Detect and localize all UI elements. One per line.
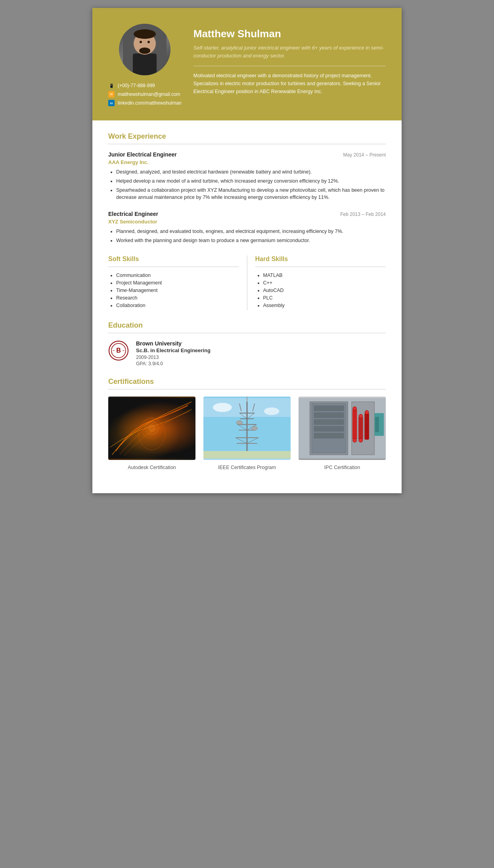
- phone-text: (+00)-77-888-999: [118, 83, 155, 88]
- cert-item-1: Autodesk Certification: [108, 397, 195, 470]
- svg-point-37: [251, 426, 257, 430]
- edu-school-1: Brown University: [136, 340, 211, 347]
- education-title: Education: [108, 321, 386, 330]
- header-divider: [193, 66, 386, 66]
- soft-skill-4: Research: [116, 295, 239, 301]
- soft-skills-list: Communication Project Management Time-Ma…: [108, 273, 239, 308]
- job-2-bullets: Planned, designed, and evaluated tools, …: [108, 228, 386, 244]
- hard-skill-3: AutoCAD: [263, 288, 386, 293]
- resume-container: 📱 (+00)-77-888-999 ✉ matthewshulman@gmai…: [92, 8, 402, 493]
- svg-rect-2: [133, 53, 157, 75]
- hard-skill-2: C++: [263, 280, 386, 286]
- soft-skill-3: Time-Management: [116, 288, 239, 293]
- svg-rect-50: [352, 409, 357, 440]
- svg-point-55: [365, 410, 369, 414]
- contact-email: ✉ matthewshulman@gmail.com: [108, 91, 182, 97]
- svg-point-4: [134, 29, 156, 39]
- svg-rect-47: [314, 426, 344, 431]
- avatar: [119, 24, 170, 75]
- cert-label-2: IEEE Certificates Program: [218, 465, 276, 470]
- cert-item-3: IPC Certification: [299, 397, 386, 470]
- job-1-company: AAA Energy Inc.: [108, 159, 386, 165]
- cert-label-3: IPC Certification: [324, 465, 360, 470]
- soft-skill-1: Communication: [116, 273, 239, 278]
- svg-rect-46: [314, 419, 344, 425]
- job-1-bullet-2: Helped develop a new model of a wind tur…: [116, 177, 386, 185]
- email-icon: ✉: [108, 91, 115, 97]
- job-2-dates: Feb 2013 – Feb 2014: [340, 212, 386, 217]
- cert-image-2: [203, 397, 291, 460]
- hard-skill-4: PLC: [263, 295, 386, 301]
- svg-point-6: [140, 41, 142, 43]
- job-2-bullet-2: Worked with the planning and design team…: [116, 237, 386, 244]
- svg-point-56: [353, 438, 357, 442]
- hard-skills-divider: [255, 267, 386, 267]
- svg-rect-20: [203, 451, 291, 458]
- job-1-bullet-3: Spearheaded a collaboration project with…: [116, 187, 386, 202]
- soft-skills-col: Soft Skills Communication Project Manage…: [108, 256, 247, 310]
- job-1-dates: May 2014 – Present: [343, 152, 386, 158]
- svg-point-39: [213, 403, 232, 412]
- job-2-bullet-1: Planned, designed, and evaluated tools, …: [116, 228, 386, 235]
- skills-section: Soft Skills Communication Project Manage…: [108, 256, 386, 310]
- education-divider: [108, 333, 386, 333]
- work-divider: [108, 144, 386, 144]
- contact-phone: 📱 (+00)-77-888-999: [108, 82, 182, 89]
- svg-point-15: [141, 417, 163, 439]
- header-right: Matthew Shulman Self-starter, analytical…: [193, 24, 386, 95]
- soft-skills-title: Soft Skills: [108, 256, 239, 263]
- job-1-title: Junior Electrical Engineer: [108, 151, 177, 158]
- cert-image-1: [108, 397, 195, 460]
- svg-point-53: [353, 406, 357, 410]
- svg-point-54: [359, 414, 363, 418]
- edu-degree-1: Sc.B. in Electrical Engineering: [136, 347, 211, 353]
- svg-point-36: [236, 420, 242, 424]
- soft-skills-divider: [108, 267, 239, 267]
- svg-rect-44: [314, 405, 344, 411]
- svg-rect-59: [375, 417, 379, 432]
- hard-skill-5: Assembly: [263, 303, 386, 308]
- header-section: 📱 (+00)-77-888-999 ✉ matthewshulman@gmai…: [92, 8, 402, 120]
- job-2-company: XYZ Semiconductor: [108, 219, 386, 225]
- email-text: matthewshulman@gmail.com: [118, 92, 180, 97]
- brown-university-logo: B: [108, 340, 129, 361]
- svg-point-5: [139, 48, 150, 54]
- svg-point-16: [144, 420, 159, 435]
- edu-years-1: 2009-2013: [136, 355, 211, 360]
- svg-point-17: [148, 424, 155, 432]
- education-section: Education B Brown University: [108, 321, 386, 366]
- edu-item-1: B Brown University Sc.B. in Electrical E…: [108, 340, 386, 366]
- svg-rect-45: [314, 412, 344, 418]
- svg-rect-13: [108, 398, 195, 458]
- edu-gpa-1: GPA: 3.9/4.0: [136, 361, 211, 366]
- cert-grid: Autodesk Certification: [108, 397, 386, 470]
- contact-info: 📱 (+00)-77-888-999 ✉ matthewshulman@gmai…: [108, 82, 182, 109]
- hard-skills-col: Hard Skills MATLAB C++ AutoCAD PLC Assem…: [247, 256, 386, 310]
- skills-container: Soft Skills Communication Project Manage…: [108, 256, 386, 310]
- job-1: Junior Electrical Engineer May 2014 – Pr…: [108, 151, 386, 201]
- soft-skill-5: Collaboration: [116, 303, 239, 308]
- svg-point-14: [139, 418, 165, 450]
- svg-rect-48: [314, 433, 344, 438]
- candidate-name: Matthew Shulman: [193, 28, 386, 40]
- soft-skill-2: Project Management: [116, 280, 239, 286]
- phone-icon: 📱: [108, 82, 115, 89]
- hard-skill-1: MATLAB: [263, 273, 386, 278]
- job-1-bullets: Designed, analyzed, and tested electrica…: [108, 168, 386, 201]
- cert-label-1: Autodesk Certification: [128, 465, 176, 470]
- cert-item-2: IEEE Certificates Program: [203, 397, 291, 470]
- cert-image-3: [299, 397, 386, 460]
- candidate-summary: Motivated electrical engineer with a dem…: [193, 72, 386, 95]
- linkedin-icon: in: [108, 100, 115, 106]
- svg-rect-52: [364, 413, 369, 439]
- job-2-header: Electrical Engineer Feb 2013 – Feb 2014: [108, 211, 386, 217]
- job-1-header: Junior Electrical Engineer May 2014 – Pr…: [108, 151, 386, 158]
- edu-details-1: Brown University Sc.B. in Electrical Eng…: [136, 340, 211, 366]
- hard-skills-list: MATLAB C++ AutoCAD PLC Assembly: [255, 273, 386, 308]
- svg-text:B: B: [116, 347, 121, 354]
- job-2: Electrical Engineer Feb 2013 – Feb 2014 …: [108, 211, 386, 244]
- svg-point-57: [359, 438, 363, 442]
- hard-skills-title: Hard Skills: [255, 256, 386, 263]
- candidate-tagline: Self-starter, analytical junior electric…: [193, 44, 386, 59]
- contact-linkedin: in linkedin.com/matthewshulman: [108, 100, 182, 106]
